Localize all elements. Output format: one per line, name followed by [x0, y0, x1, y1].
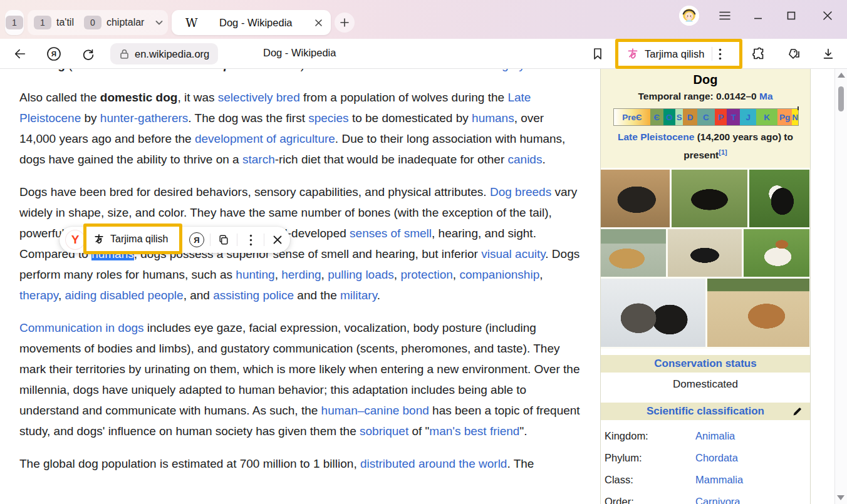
article-link[interactable]: man's best friend — [429, 424, 519, 438]
image-black-labrador[interactable] — [668, 229, 742, 277]
timeline-period-P[interactable]: P — [715, 109, 727, 125]
article-text: . — [377, 289, 380, 302]
chevron-down-icon[interactable] — [154, 18, 164, 28]
image-black-white-dog[interactable] — [672, 170, 747, 227]
article-link[interactable]: herding — [281, 268, 321, 281]
tab-group-travel[interactable]: 1 ta'til 0 chiptalar — [28, 10, 168, 35]
article-link[interactable]: gray wolf — [502, 69, 549, 71]
ma-link[interactable]: Ma — [759, 91, 773, 101]
scroll-down-arrow[interactable] — [837, 495, 844, 500]
paragraph-1: Also called the domestic dog, it was sel… — [19, 87, 583, 170]
chordata-link[interactable]: Chordata — [695, 452, 738, 464]
profile-avatar[interactable] — [679, 6, 699, 26]
article-link[interactable]: starch — [242, 153, 275, 166]
timeline-period-PreЄ[interactable]: PreЄ — [614, 109, 650, 125]
taxobox: Dog Temporal range: 0.0142–0 Ma PreЄЄOSD… — [600, 69, 811, 504]
article-link[interactable]: pulling loads — [328, 268, 394, 281]
divider — [237, 234, 237, 246]
temporal-range: Temporal range: 0.0142–0 Ma — [605, 91, 806, 102]
popup-translate-button-highlighted[interactable]: Tarjima qilish — [83, 224, 182, 254]
popup-close-icon[interactable] — [268, 230, 287, 249]
article-link[interactable]: assisting police — [213, 289, 294, 302]
vertical-scrollbar[interactable] — [834, 69, 847, 504]
article-link[interactable]: hunting — [236, 268, 274, 281]
yandex-search-icon[interactable]: Я — [187, 230, 206, 249]
dog-image-collage — [601, 168, 810, 349]
article-link[interactable]: development of agriculture — [195, 132, 335, 145]
taxonomy-row: Kingdom: Animalia — [602, 425, 809, 447]
tab-pinned[interactable]: 1 — [5, 10, 24, 35]
window-close-button[interactable] — [819, 8, 836, 24]
article-text: , it was — [177, 91, 217, 104]
article-link[interactable]: senses of smell — [350, 227, 432, 240]
mammalia-link[interactable]: Mammalia — [695, 474, 743, 486]
image-jack-russell[interactable] — [744, 229, 809, 277]
window-maximize-button[interactable] — [783, 8, 799, 24]
article-link[interactable]: canids — [508, 153, 543, 166]
article-link[interactable]: selectively bred — [218, 91, 300, 104]
timeline-period-S[interactable]: S — [675, 109, 683, 125]
timeline-period-T[interactable]: T — [727, 109, 740, 125]
timeline-period-C[interactable]: C — [697, 109, 715, 125]
collections-icon[interactable] — [784, 45, 802, 63]
group-label-chiptalar: chiptalar — [107, 17, 144, 28]
copy-icon[interactable] — [214, 230, 233, 249]
edit-pencil-icon[interactable] — [792, 406, 803, 417]
article-link[interactable]: domesticated — [330, 69, 400, 71]
scientific-classification-header[interactable]: Scientific classification — [601, 403, 810, 420]
article-link[interactable]: visual acuity — [481, 247, 545, 260]
article-link[interactable]: companionship — [459, 268, 539, 281]
browser-menu-icon[interactable] — [717, 8, 733, 24]
image-japanese-chin[interactable] — [749, 170, 809, 227]
late-pleistocene-link[interactable]: Late Pleistocene — [618, 131, 694, 142]
article-link[interactable]: military — [340, 289, 377, 302]
article-link[interactable]: sobriquet — [360, 424, 408, 438]
bookmark-icon[interactable] — [589, 45, 606, 63]
translate-menu-kebab-icon[interactable] — [719, 48, 722, 60]
url-domain: en.wikipedia.org — [135, 48, 209, 60]
timeline-period-J[interactable]: J — [740, 109, 756, 125]
timeline-period-O[interactable]: O — [663, 109, 676, 125]
extensions-puzzle-icon[interactable] — [750, 45, 767, 63]
article-link[interactable]: protection — [400, 268, 452, 281]
downloads-icon[interactable] — [819, 45, 837, 63]
tab-close-icon[interactable] — [314, 18, 323, 28]
yandex-home-icon[interactable]: Я — [45, 45, 63, 63]
article-link[interactable]: therapy — [19, 289, 58, 302]
article-link[interactable]: humans — [472, 111, 514, 125]
article-link[interactable]: Dog breeds — [490, 185, 551, 198]
window-minimize-button[interactable] — [750, 8, 766, 24]
timeline-period-Pg[interactable]: Pg — [777, 109, 792, 125]
image-golden-retriever[interactable] — [601, 229, 666, 277]
conservation-status-header[interactable]: Conservation status — [601, 355, 810, 373]
back-button[interactable] — [11, 45, 29, 63]
reference-1-link[interactable]: [1] — [719, 148, 727, 156]
image-sled-dogs[interactable] — [601, 279, 705, 347]
image-black-merle-dog[interactable] — [601, 170, 670, 227]
animalia-link[interactable]: Animalia — [695, 430, 735, 442]
tab-dog-wikipedia[interactable]: W Dog - Wikipedia — [172, 10, 331, 35]
new-tab-button[interactable] — [335, 13, 355, 33]
translate-button-highlighted[interactable]: Tarjima qilish — [615, 39, 742, 69]
group-badge-tatil: 1 — [34, 16, 51, 29]
article-link[interactable]: species — [308, 111, 348, 125]
address-bar[interactable]: en.wikipedia.org — [110, 43, 218, 64]
timeline-period-D[interactable]: D — [683, 109, 697, 125]
carnivora-link[interactable]: Carnivora — [695, 496, 740, 504]
reload-button[interactable] — [80, 45, 97, 63]
taxonomy-row: Class: Mammalia — [602, 469, 809, 491]
article-text: includes eye gaze, facial expression, vo… — [19, 321, 579, 417]
timeline-period-N[interactable]: N — [792, 109, 798, 125]
timeline-period-Є[interactable]: Є — [650, 109, 663, 125]
scrollbar-thumb[interactable] — [838, 86, 844, 111]
popup-kebab-icon[interactable] — [241, 230, 260, 249]
article-link[interactable]: distributed around the world — [360, 457, 507, 470]
timeline-period-K[interactable]: K — [756, 109, 777, 125]
article-link[interactable]: Communication in dogs — [19, 321, 144, 334]
article-link[interactable]: aiding disabled people — [65, 289, 184, 302]
article-link[interactable]: human–canine bond — [321, 404, 429, 417]
scroll-up-arrow[interactable] — [838, 73, 845, 78]
image-dog-with-puppies[interactable] — [707, 279, 809, 347]
article-link[interactable]: hunter-gatherers — [100, 111, 188, 125]
paragraph-clipped: The dog (Canis familiaris or Canis lupus… — [19, 69, 583, 75]
